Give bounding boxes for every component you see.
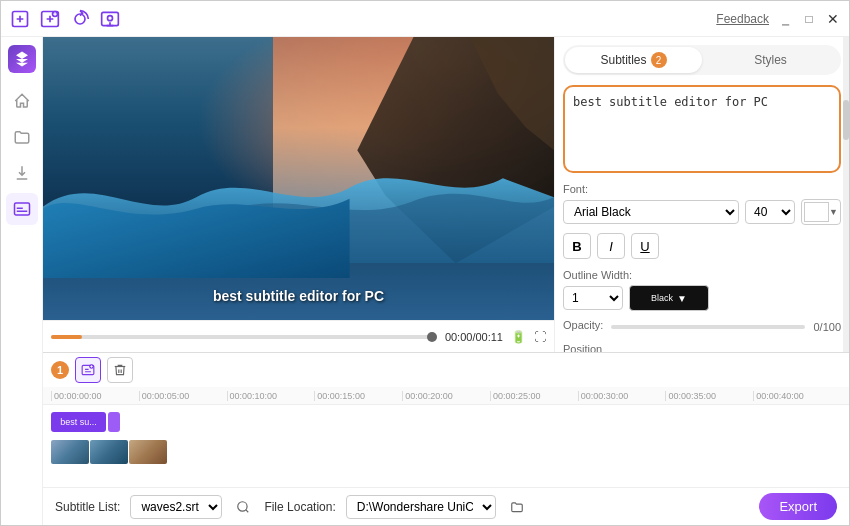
search-icon[interactable] (232, 496, 254, 518)
video-overlay: best subtitle editor for PC (43, 37, 554, 320)
title-bar-icons (9, 8, 121, 30)
fullscreen-icon[interactable]: ⛶ (534, 330, 546, 344)
new-project-icon[interactable] (9, 8, 31, 30)
tab-subtitles-badge: 2 (651, 52, 667, 68)
tab-row: Subtitles 2 Styles (563, 45, 841, 75)
subtitle-track: best su... (51, 412, 120, 432)
volume-icon[interactable]: 🔋 (511, 330, 526, 344)
opacity-row: Opacity: 0/100 (563, 319, 841, 335)
tab-subtitles-label: Subtitles (600, 53, 646, 67)
timeline-section: 1 (43, 352, 849, 487)
side-scroll-thumb (843, 100, 849, 140)
svg-point-13 (238, 501, 247, 510)
feedback-link[interactable]: Feedback (716, 12, 769, 26)
tab-styles-label: Styles (754, 53, 787, 67)
font-size-select[interactable]: 40 (745, 200, 795, 224)
delete-subtitle-button[interactable] (107, 357, 133, 383)
opacity-slider[interactable] (611, 325, 805, 329)
font-row: Arial Black 40 ▼ (563, 199, 841, 225)
underline-button[interactable]: U (631, 233, 659, 259)
ruler-mark-3: 00:00:15:00 (314, 391, 402, 401)
title-bar-right: Feedback ⎯ □ ✕ (716, 11, 841, 27)
video-timeline-slider[interactable] (51, 335, 437, 339)
subtitle-chip-2[interactable] (108, 412, 120, 432)
outline-row: 1 Black ▼ (563, 285, 841, 311)
add-media-icon[interactable] (39, 8, 61, 30)
sidebar-item-home[interactable] (6, 85, 38, 117)
ruler-mark-5: 00:00:25:00 (490, 391, 578, 401)
timeline-toolbar: 1 (43, 353, 849, 387)
outline-label: Outline Width: (563, 269, 841, 281)
add-subtitle-button[interactable] (75, 357, 101, 383)
side-scrollbar[interactable] (843, 37, 849, 352)
video-track (51, 440, 167, 464)
right-panel: Subtitles 2 Styles Font: (554, 37, 849, 352)
timeline-ruler: 00:00:00:00 00:00:05:00 00:00:10:00 00:0… (43, 387, 849, 405)
video-thumb-1 (51, 440, 89, 464)
sidebar (1, 37, 43, 525)
subtitle-file-select[interactable]: waves2.srt (130, 495, 222, 519)
tab-styles[interactable]: Styles (702, 47, 839, 73)
ruler-mark-1: 00:00:05:00 (139, 391, 227, 401)
title-bar: Feedback ⎯ □ ✕ (1, 1, 849, 37)
video-thumb-2 (90, 440, 128, 464)
video-track-row (51, 439, 841, 465)
subtitle-text-display: best subtitle editor for PC (213, 288, 384, 304)
ruler-mark-4: 00:00:20:00 (402, 391, 490, 401)
export-button[interactable]: Export (759, 493, 837, 520)
ruler-mark-6: 00:00:30:00 (578, 391, 666, 401)
outline-dropdown-arrow: ▼ (677, 293, 687, 304)
subtitle-textarea-wrap (563, 85, 841, 173)
content-area: best subtitle editor for PC 00:00/00:11 … (43, 37, 849, 525)
opacity-value: 0/100 (813, 321, 841, 333)
maximize-button[interactable]: □ (801, 11, 817, 27)
minimize-button[interactable]: ⎯ (777, 11, 793, 27)
app-logo (8, 45, 36, 73)
file-location-label: File Location: (264, 500, 335, 514)
title-bar-left (9, 8, 121, 30)
ruler-mark-8: 00:00:40:00 (753, 391, 841, 401)
ruler-mark-2: 00:00:10:00 (227, 391, 315, 401)
format-row: B I U (563, 233, 841, 259)
font-color-button[interactable]: ▼ (801, 199, 841, 225)
font-label: Font: (563, 183, 841, 195)
screen-record-icon[interactable] (99, 8, 121, 30)
video-thumb (427, 332, 437, 342)
ruler-mark-0: 00:00:00:00 (51, 391, 139, 401)
font-select[interactable]: Arial Black (563, 200, 739, 224)
font-color-swatch (804, 202, 829, 222)
subtitle-track-row: best su... (51, 409, 841, 435)
opacity-label: Opacity: (563, 319, 603, 331)
video-controls: 00:00/00:11 🔋 ⛶ (43, 320, 554, 352)
timeline-tracks: best su... (43, 405, 849, 469)
subtitle-list-label: Subtitle List: (55, 500, 120, 514)
bottom-bar: Subtitle List: waves2.srt File Location:… (43, 487, 849, 525)
position-label: Position (563, 343, 841, 352)
sidebar-item-subtitle[interactable] (6, 193, 38, 225)
bold-button[interactable]: B (563, 233, 591, 259)
subtitle-textarea[interactable] (573, 95, 831, 160)
main-layout: best subtitle editor for PC 00:00/00:11 … (1, 37, 849, 525)
outline-color-button[interactable]: Black ▼ (629, 285, 709, 311)
video-thumb-3 (129, 440, 167, 464)
subtitle-chip-1[interactable]: best su... (51, 412, 106, 432)
ruler-mark-7: 00:00:35:00 (665, 391, 753, 401)
sidebar-item-folder[interactable] (6, 121, 38, 153)
sidebar-item-download[interactable] (6, 157, 38, 189)
file-path-select[interactable]: D:\Wondershare UniConverter 1 (346, 495, 496, 519)
tab-subtitles[interactable]: Subtitles 2 (565, 47, 702, 73)
italic-button[interactable]: I (597, 233, 625, 259)
outline-color-label: Black (651, 293, 673, 303)
ruler-marks: 00:00:00:00 00:00:05:00 00:00:10:00 00:0… (51, 391, 841, 401)
close-button[interactable]: ✕ (825, 11, 841, 27)
video-wrapper: best subtitle editor for PC (43, 37, 554, 320)
time-display: 00:00/00:11 (445, 331, 503, 343)
rotate-icon[interactable] (69, 8, 91, 30)
outline-width-select[interactable]: 1 (563, 286, 623, 310)
video-progress (51, 335, 82, 339)
folder-icon[interactable] (506, 496, 528, 518)
video-section: best subtitle editor for PC 00:00/00:11 … (43, 37, 554, 352)
video-panel-row: best subtitle editor for PC 00:00/00:11 … (43, 37, 849, 352)
timeline-badge: 1 (51, 361, 69, 379)
svg-point-5 (108, 15, 113, 20)
